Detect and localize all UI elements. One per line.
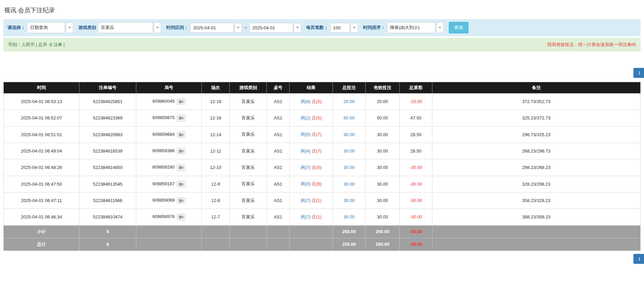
table-row: 2025-04-01 06:52:07522384623369609859875… — [4, 110, 641, 126]
remark-cell: 388.23/358.23 — [432, 209, 640, 225]
session-cell: 12-16 — [202, 110, 230, 126]
game-type-cell: 百家乐 — [230, 192, 266, 209]
banker-result: 庄(6) — [312, 181, 322, 186]
round-number: 609859684 — [152, 132, 174, 137]
bet-id-cell: 522384611966 — [79, 192, 136, 209]
bet-id-cell: 522384616539 — [79, 143, 136, 159]
video-camera-icon[interactable] — [177, 164, 185, 171]
footer-cell — [202, 238, 230, 251]
summary-bar: 币别：人民币 | 总共 :8 注单 | 同局有效投注，统一计算在该局第一张注单内 — [3, 38, 641, 52]
session-cell: 12-7 — [202, 209, 230, 225]
query-type-select[interactable]: 日期查询 — [27, 22, 73, 33]
video-camera-icon[interactable] — [177, 197, 185, 204]
video-camera-icon[interactable] — [177, 98, 185, 105]
session-cell: 12-14 — [202, 126, 230, 143]
video-camera-icon[interactable] — [177, 115, 185, 121]
round-cell: 609859875 — [136, 110, 202, 126]
session-cell: 12-18 — [202, 94, 230, 110]
bet-records-table: 时间注单编号局号场次游戏类别桌号结果总投注有效投注总派彩备注 2025-04-0… — [3, 82, 641, 251]
payout-cell: -30.00 — [400, 176, 432, 192]
bet-id-cell: 522384620983 — [79, 126, 136, 143]
round-number: 609859875 — [152, 115, 174, 120]
sort-order-select[interactable]: 降幂(由大到小) — [387, 22, 444, 33]
table-number-cell: AS1 — [266, 159, 289, 176]
page-1-button[interactable]: 1 — [633, 68, 644, 78]
time-cell: 2025-04-01 06:53:13 — [4, 94, 79, 110]
currency-total-text: 币别：人民币 | 总共 :8 注单 | — [8, 42, 65, 48]
round-cell: 609860045 — [136, 94, 202, 110]
round-cell: 609858978 — [136, 209, 202, 225]
time-cell: 2025-04-01 06:48:26 — [4, 159, 79, 176]
banker-result: 庄(7) — [312, 132, 322, 137]
valid-bet-cell: 20.00 — [365, 94, 400, 110]
game-type-cell: 百家乐 — [230, 94, 266, 110]
result-cell: 闲(2) 庄(5) — [290, 110, 333, 126]
table-number-cell: AS1 — [266, 192, 289, 209]
chevron-down-icon[interactable] — [294, 23, 301, 33]
video-camera-icon[interactable] — [177, 148, 185, 154]
total-bet-link[interactable]: 50.00 — [333, 110, 365, 126]
bet-id-cell: 522384610474 — [79, 209, 136, 225]
footer-cell: 250.00 — [333, 225, 365, 238]
total-bet-link[interactable]: 30.00 — [333, 176, 365, 192]
page-size-label: 每页笔数： — [306, 25, 328, 31]
caret-glyph — [353, 27, 356, 28]
chevron-down-icon[interactable] — [154, 22, 161, 33]
chevron-down-icon[interactable] — [436, 22, 444, 33]
banker-result: 庄(1) — [312, 214, 322, 219]
query-type-value: 日期查询 — [27, 22, 65, 33]
filter-bar: 请选择： 日期查询 游戏类别 百家乐 时间区间： 2025-04-01 ~ 20… — [3, 19, 641, 36]
page-size-select[interactable]: 100 — [330, 23, 358, 33]
total-bet-link[interactable]: 30.00 — [333, 126, 365, 143]
banker-result: 庄(5) — [312, 165, 322, 170]
payout-cell: -30.00 — [400, 159, 432, 176]
round-number: 609859386 — [152, 148, 174, 153]
total-bet-link[interactable]: 30.00 — [333, 159, 365, 176]
bet-id-cell: 522384623369 — [79, 110, 136, 126]
date-from-select[interactable]: 2025-04-01 — [190, 23, 242, 33]
video-camera-icon[interactable] — [177, 181, 185, 187]
column-header: 游戏类别 — [230, 82, 266, 94]
table-row: 2025-04-01 06:48:26522384614850609859280… — [4, 159, 641, 176]
round-number: 609859280 — [152, 165, 174, 170]
player-result: 闲(7) — [301, 198, 310, 203]
footer-payout: -35.50 — [400, 225, 432, 238]
video-camera-icon[interactable] — [177, 214, 185, 220]
valid-bet-cell: 30.00 — [365, 159, 400, 176]
remark-cell: 298.23/268.23 — [432, 159, 640, 176]
total-bet-link[interactable]: 20.00 — [333, 94, 365, 110]
player-result: 闲(0) — [301, 132, 310, 137]
video-camera-icon[interactable] — [177, 131, 185, 138]
footer-cell — [136, 238, 202, 251]
page-1-button[interactable]: 1 — [633, 254, 644, 264]
chevron-down-icon[interactable] — [234, 23, 242, 33]
round-cell: 609859280 — [136, 159, 202, 176]
date-to-value: 2025-04-01 — [249, 23, 293, 33]
footer-cell — [202, 225, 230, 238]
pagination-top: 1 — [3, 68, 641, 78]
payout-cell: 28.50 — [400, 143, 432, 159]
column-header: 备注 — [432, 82, 640, 94]
footer-cell: 250.00 — [333, 238, 365, 251]
table-number-cell: AS1 — [266, 143, 289, 159]
table-number-cell: AS1 — [266, 126, 289, 143]
total-row: 总计8250.00250.00-35.50 — [4, 238, 641, 251]
table-header-row: 时间注单编号局号场次游戏类别桌号结果总投注有效投注总派彩备注 — [4, 82, 641, 94]
date-to-select[interactable]: 2025-04-01 — [249, 23, 301, 33]
table-row: 2025-04-01 06:47:11522384611966609859069… — [4, 192, 641, 209]
chevron-down-icon[interactable] — [351, 23, 358, 33]
chevron-down-icon[interactable] — [66, 22, 73, 33]
total-bet-link[interactable]: 30.00 — [333, 192, 365, 209]
search-button[interactable]: 查询 — [449, 22, 469, 33]
caret-glyph — [68, 27, 71, 28]
caret-glyph — [439, 27, 441, 28]
game-type-select[interactable]: 百家乐 — [98, 22, 161, 33]
total-bet-link[interactable]: 30.00 — [333, 143, 365, 159]
total-bet-link[interactable]: 30.00 — [333, 209, 365, 225]
footer-cell — [290, 238, 333, 251]
column-header: 总派彩 — [400, 82, 432, 94]
remark-cell: 325.23/372.73 — [432, 110, 640, 126]
page-title: 视讯 会员下注纪录 — [3, 0, 641, 19]
table-row: 2025-04-01 06:46:34522384610474609858978… — [4, 209, 641, 225]
game-type-cell: 百家乐 — [230, 110, 266, 126]
